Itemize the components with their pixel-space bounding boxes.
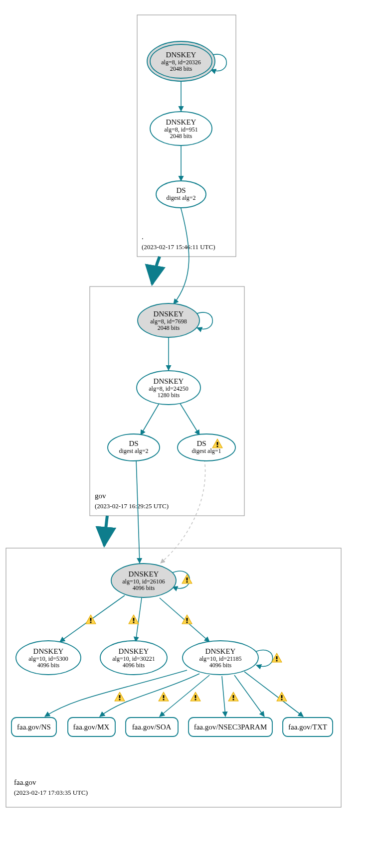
- svg-text:alg=8, id=951: alg=8, id=951: [164, 126, 198, 133]
- edge-k3-to-txt: [244, 672, 303, 717]
- svg-text:digest alg=1: digest alg=1: [192, 447, 221, 454]
- node-faa-k3: DNSKEY alg=10, id=21185 4096 bits: [183, 641, 258, 675]
- svg-text:alg=10, id=21185: alg=10, id=21185: [199, 655, 241, 662]
- svg-text:digest alg=2: digest alg=2: [119, 447, 148, 454]
- node-rr-nsec3: faa.gov/NSEC3PARAM: [189, 718, 272, 736]
- svg-text:faa.gov/SOA: faa.gov/SOA: [132, 723, 172, 731]
- svg-text:alg=10, id=26106: alg=10, id=26106: [122, 578, 165, 585]
- edge-k3-to-nsec3b: [234, 675, 264, 717]
- svg-text:digest alg=2: digest alg=2: [166, 194, 195, 201]
- node-rr-txt: faa.gov/TXT: [283, 718, 333, 736]
- svg-text:DNSKEY: DNSKEY: [154, 310, 184, 318]
- delegation-root-to-gov: [152, 257, 160, 284]
- node-root-ksk: DNSKEY alg=8, id=20326 2048 bits: [147, 41, 215, 81]
- warning-icon: [277, 692, 287, 701]
- edge-govzsk-to-ds1: [180, 403, 199, 435]
- svg-text:DNSKEY: DNSKEY: [205, 647, 236, 655]
- edge-rootds-to-govksk: [174, 207, 189, 304]
- svg-text:4096 bits: 4096 bits: [123, 662, 145, 669]
- zone-root-timestamp: (2023-02-17 15:46:11 UTC): [142, 243, 215, 251]
- svg-text:2048 bits: 2048 bits: [170, 65, 192, 72]
- edge-k3-to-nsec3: [222, 676, 225, 717]
- svg-text:alg=8, id=7698: alg=8, id=7698: [150, 318, 187, 325]
- svg-text:4096 bits: 4096 bits: [37, 662, 60, 669]
- zone-faa-timestamp: (2023-02-17 17:03:35 UTC): [14, 789, 88, 796]
- node-faa-k1: DNSKEY alg=10, id=5300 4096 bits: [16, 641, 81, 675]
- warning-icon: [129, 615, 139, 624]
- warning-icon: [86, 615, 96, 624]
- zone-gov-label: gov: [95, 492, 106, 500]
- svg-text:4096 bits: 4096 bits: [133, 584, 155, 591]
- node-rr-mx: faa.gov/MX: [68, 718, 115, 736]
- node-root-zsk: DNSKEY alg=8, id=951 2048 bits: [150, 112, 212, 145]
- svg-text:alg=10, id=5300: alg=10, id=5300: [28, 655, 68, 662]
- warning-icon: [115, 692, 125, 701]
- svg-text:alg=8, id=20326: alg=8, id=20326: [161, 59, 201, 66]
- svg-text:DNSKEY: DNSKEY: [119, 647, 149, 655]
- node-gov-zsk: DNSKEY alg=8, id=24250 1280 bits: [137, 371, 200, 405]
- edge-k3-to-ns: [45, 670, 187, 717]
- svg-text:4096 bits: 4096 bits: [209, 662, 232, 669]
- svg-text:faa.gov/MX: faa.gov/MX: [73, 723, 110, 731]
- svg-text:DNSKEY: DNSKEY: [166, 118, 196, 126]
- svg-text:1280 bits: 1280 bits: [158, 392, 180, 399]
- svg-text:DS: DS: [196, 439, 206, 447]
- node-rr-ns: faa.gov/NS: [11, 718, 56, 736]
- edge-ds1-to-faaksk: [161, 459, 205, 563]
- svg-text:faa.gov/TXT: faa.gov/TXT: [288, 723, 327, 731]
- zone-root-label: .: [142, 233, 144, 241]
- edge-k3-to-mx: [100, 674, 199, 717]
- warning-icon: [159, 692, 169, 701]
- node-gov-ds1: DS digest alg=1: [178, 434, 235, 461]
- zone-gov-timestamp: (2023-02-17 16:29:25 UTC): [95, 502, 169, 510]
- svg-text:alg=8, id=24250: alg=8, id=24250: [149, 385, 189, 392]
- svg-text:DS: DS: [129, 439, 138, 447]
- svg-text:DNSKEY: DNSKEY: [129, 570, 159, 578]
- svg-text:faa.gov/NSEC3PARAM: faa.gov/NSEC3PARAM: [194, 723, 267, 731]
- svg-text:DNSKEY: DNSKEY: [166, 51, 196, 59]
- edge-ds2-to-faaksk: [136, 459, 140, 563]
- svg-text:faa.gov/NS: faa.gov/NS: [17, 723, 51, 731]
- svg-text:DS: DS: [176, 186, 186, 194]
- svg-text:DNSKEY: DNSKEY: [33, 647, 64, 655]
- node-root-ds: DS digest alg=2: [156, 181, 206, 208]
- svg-text:2048 bits: 2048 bits: [170, 133, 192, 140]
- node-rr-soa: faa.gov/SOA: [126, 718, 178, 736]
- node-faa-ksk: DNSKEY alg=10, id=26106 4096 bits: [111, 564, 176, 597]
- svg-text:2048 bits: 2048 bits: [158, 324, 180, 331]
- node-faa-k2: DNSKEY alg=10, id=30221 4096 bits: [100, 641, 167, 675]
- node-gov-ds2: DS digest alg=2: [108, 434, 160, 461]
- node-gov-ksk: DNSKEY alg=8, id=7698 2048 bits: [138, 303, 199, 337]
- delegation-gov-to-faa: [104, 516, 107, 546]
- edge-govzsk-to-ds2: [141, 403, 160, 435]
- warning-icon: [272, 653, 282, 662]
- zone-faa-label: faa.gov: [14, 778, 36, 786]
- svg-text:alg=10, id=30221: alg=10, id=30221: [112, 655, 155, 662]
- svg-text:DNSKEY: DNSKEY: [154, 377, 184, 385]
- edge-k3-to-soa: [160, 675, 209, 717]
- warning-icon: [191, 692, 200, 701]
- warning-icon: [182, 575, 192, 583]
- warning-icon: [228, 692, 238, 701]
